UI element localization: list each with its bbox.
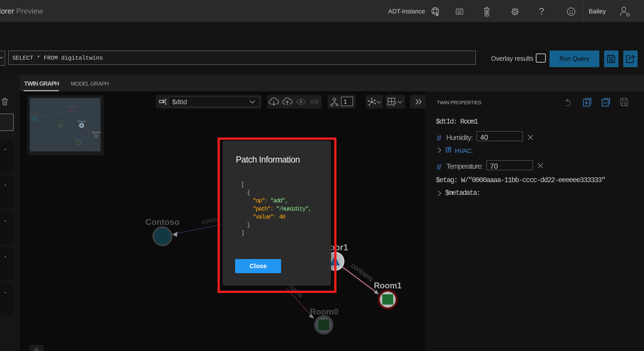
svg-text:contains: contains [350, 262, 375, 283]
svg-text:Contoso: Contoso [29, 114, 40, 116]
svg-text:Room1: Room1 [92, 131, 101, 134]
svg-text:Contoso: Contoso [145, 217, 180, 227]
svg-text:Floor0: Floor0 [57, 120, 65, 123]
svg-text:Floor1: Floor1 [78, 120, 86, 123]
svg-text:Factory4: Factory4 [66, 105, 77, 108]
svg-text:Room1: Room1 [374, 281, 402, 290]
svg-text:consu: consu [201, 215, 219, 226]
svg-text:Room0: Room0 [310, 307, 338, 317]
svg-text:Room0: Room0 [75, 138, 84, 141]
